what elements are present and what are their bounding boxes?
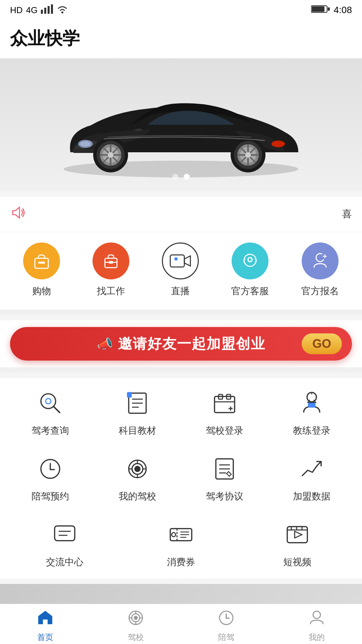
coach-reg-label: 教练登录 bbox=[293, 424, 330, 437]
func-material[interactable]: 科目教材 bbox=[94, 388, 181, 437]
bottom-navigation: 首页 驾校 陪驾 bbox=[0, 604, 362, 644]
svg-rect-45 bbox=[170, 255, 184, 267]
home-icon bbox=[36, 609, 54, 629]
func-coach-reg[interactable]: 教练登录 bbox=[268, 388, 355, 437]
svg-rect-3 bbox=[51, 4, 53, 14]
app-title: 众业快学 bbox=[0, 20, 362, 58]
service-item[interactable]: 官方客服 bbox=[231, 243, 269, 298]
svg-point-11 bbox=[80, 141, 91, 147]
svg-rect-71 bbox=[308, 402, 315, 407]
banner-car-image bbox=[0, 58, 362, 186]
chat-label: 交流中心 bbox=[46, 556, 83, 569]
school-reg-icon bbox=[209, 388, 240, 418]
signal-bars-icon bbox=[41, 4, 53, 16]
nav-home[interactable]: 首页 bbox=[0, 605, 90, 643]
svg-point-4 bbox=[61, 11, 63, 13]
status-left: HD 4G bbox=[10, 4, 68, 16]
function-section: 驾考查询 科目教材 bbox=[0, 378, 362, 579]
svg-rect-2 bbox=[48, 6, 50, 14]
hd-indicator: HD bbox=[10, 5, 23, 15]
func-appt[interactable]: 陪驾预约 bbox=[7, 454, 94, 503]
func-my-school[interactable]: 我的驾校 bbox=[94, 454, 181, 503]
invite-speaker-icon: 📣 bbox=[97, 336, 113, 351]
func-chat[interactable]: 交流中心 bbox=[7, 520, 123, 569]
chat-icon bbox=[50, 520, 80, 550]
function-row-1: 驾考查询 科目教材 bbox=[7, 388, 355, 437]
svg-point-122 bbox=[313, 611, 320, 619]
svg-point-76 bbox=[135, 466, 140, 472]
svg-marker-95 bbox=[295, 531, 302, 538]
job-item[interactable]: 找工作 bbox=[93, 243, 129, 298]
coach-reg-icon bbox=[297, 388, 327, 418]
coupon-icon bbox=[166, 520, 196, 550]
shopping-item[interactable]: 购物 bbox=[23, 243, 60, 298]
invite-go-button[interactable]: GO bbox=[302, 333, 342, 354]
coupon-label: 消费券 bbox=[167, 556, 195, 569]
dot-2[interactable] bbox=[184, 174, 190, 180]
time-display: 4:08 bbox=[334, 5, 352, 15]
svg-point-12 bbox=[272, 141, 285, 147]
home-label: 首页 bbox=[37, 632, 53, 643]
top-icon-grid: 购物 找工作 直播 bbox=[0, 232, 362, 310]
svg-point-57 bbox=[46, 398, 51, 404]
my-school-icon bbox=[122, 454, 153, 484]
speaker-icon bbox=[10, 206, 26, 222]
svg-point-90 bbox=[172, 533, 176, 537]
func-query[interactable]: 驾考查询 bbox=[7, 388, 94, 437]
banner-dots bbox=[172, 174, 190, 180]
nav-school[interactable]: 驾校 bbox=[90, 605, 181, 643]
function-row-2: 陪驾预约 我的驾校 bbox=[7, 454, 355, 503]
register-icon bbox=[302, 243, 339, 279]
accompany-label: 陪驾 bbox=[218, 632, 234, 643]
func-agreement[interactable]: 驾考协议 bbox=[181, 454, 268, 503]
school-label: 驾校 bbox=[128, 632, 144, 643]
shopping-label: 购物 bbox=[32, 285, 51, 298]
school-icon bbox=[127, 609, 145, 629]
svg-rect-85 bbox=[55, 526, 75, 541]
mine-icon bbox=[308, 609, 326, 629]
svg-rect-94 bbox=[287, 527, 307, 543]
svg-rect-0 bbox=[41, 10, 43, 14]
nav-accompany[interactable]: 陪驾 bbox=[181, 605, 272, 643]
appt-icon bbox=[35, 454, 65, 484]
invite-button[interactable]: 📣 邀请好友一起加盟创业 GO bbox=[10, 327, 352, 361]
function-row-3: 交流中心 消费券 bbox=[7, 520, 355, 569]
wifi-icon bbox=[56, 4, 68, 16]
query-icon bbox=[35, 388, 65, 418]
register-label: 官方报名 bbox=[301, 285, 339, 298]
accompany-icon bbox=[217, 609, 235, 629]
appt-label: 陪驾预约 bbox=[32, 490, 69, 503]
live-label: 直播 bbox=[171, 285, 190, 298]
svg-point-47 bbox=[175, 258, 177, 260]
school-reg-label: 驾校登录 bbox=[206, 424, 243, 437]
service-label: 官方客服 bbox=[231, 285, 269, 298]
notice-bar: 喜 bbox=[0, 197, 362, 232]
live-item[interactable]: 直播 bbox=[162, 243, 199, 298]
shopping-icon bbox=[23, 243, 60, 279]
nav-mine[interactable]: 我的 bbox=[272, 605, 362, 643]
svg-rect-44 bbox=[109, 261, 113, 264]
register-item[interactable]: 官方报名 bbox=[301, 243, 339, 298]
signal-4g: 4G bbox=[26, 5, 38, 15]
svg-point-116 bbox=[134, 616, 138, 620]
func-short-video[interactable]: 短视频 bbox=[239, 520, 355, 569]
agreement-label: 驾考协议 bbox=[206, 490, 243, 503]
hero-banner[interactable] bbox=[0, 58, 362, 186]
battery-icon bbox=[311, 4, 330, 16]
live-icon bbox=[162, 243, 199, 279]
job-icon bbox=[93, 243, 129, 279]
short-video-label: 短视频 bbox=[283, 556, 311, 569]
func-coupon[interactable]: 消费券 bbox=[123, 520, 239, 569]
service-icon bbox=[232, 243, 268, 279]
my-school-label: 我的驾校 bbox=[119, 490, 156, 503]
func-school-reg[interactable]: 驾校登录 bbox=[181, 388, 268, 437]
func-data[interactable]: 加盟数据 bbox=[268, 454, 355, 503]
data-label: 加盟数据 bbox=[293, 490, 330, 503]
material-icon bbox=[122, 388, 153, 418]
dot-1[interactable] bbox=[172, 174, 178, 180]
data-icon bbox=[297, 454, 327, 484]
notice-right-text: 喜 bbox=[342, 207, 352, 221]
agreement-icon bbox=[209, 454, 240, 484]
svg-rect-1 bbox=[44, 8, 46, 14]
mine-label: 我的 bbox=[309, 632, 325, 643]
